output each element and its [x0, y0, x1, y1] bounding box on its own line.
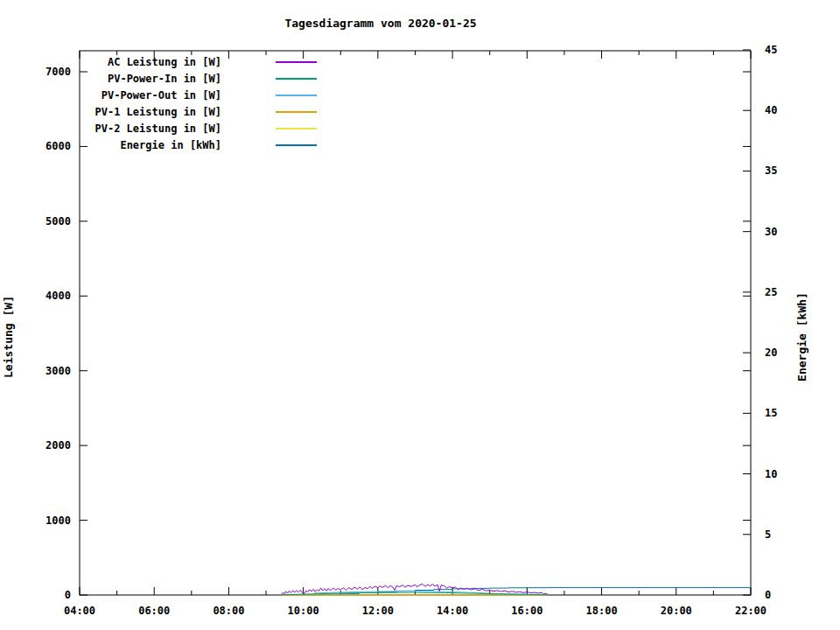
- y-right-tick-label: 15: [765, 407, 777, 419]
- y-left-tick-label: 7000: [46, 66, 71, 78]
- plot-area: Tagesdiagramm vom 2020-01-25 Leistung [W…: [0, 0, 840, 630]
- legend-label: PV-1 Leistung in [W]: [95, 106, 222, 118]
- y-right-tick-label: 0: [765, 589, 771, 601]
- legend-label: Energie in [kWh]: [120, 139, 221, 151]
- x-tick-label: 22:00: [735, 605, 766, 617]
- x-tick-label: 12:00: [362, 605, 394, 617]
- x-tick-label: 08:00: [213, 605, 244, 617]
- y-right-tick-label: 25: [765, 286, 777, 298]
- generated-plot-content: 04:0006:0008:0010:0012:0014:0016:0018:00…: [46, 44, 777, 617]
- y-left-tick-label: 4000: [46, 290, 71, 302]
- x-tick-label: 06:00: [138, 605, 170, 617]
- y-right-axis-title: Energie [kWh]: [795, 292, 808, 382]
- y-left-tick-label: 3000: [46, 365, 71, 377]
- x-tick-label: 14:00: [437, 605, 468, 617]
- y-right-tick-label: 40: [765, 104, 777, 116]
- y-left-tick-label: 2000: [46, 439, 71, 452]
- y-left-tick-label: 5000: [46, 215, 71, 228]
- y-right-tick-label: 10: [765, 468, 777, 480]
- y-right-tick-label: 5: [765, 528, 771, 541]
- y-right-tick-label: 45: [765, 44, 777, 56]
- x-tick-label: 16:00: [511, 605, 542, 617]
- legend-label: AC Leistung in [W]: [108, 56, 221, 68]
- y-left-tick-label: 6000: [46, 140, 71, 152]
- y-right-tick-label: 20: [765, 346, 777, 359]
- chart-title: Tagesdiagramm vom 2020-01-25: [284, 17, 476, 30]
- y-left-axis-title: Leistung [W]: [2, 296, 15, 378]
- legend-label: PV-2 Leistung in [W]: [95, 122, 222, 135]
- y-left-tick-label: 1000: [46, 514, 71, 527]
- y-left-tick-label: 0: [65, 589, 71, 601]
- y-right-tick-label: 35: [765, 164, 777, 177]
- legend-label: PV-Power-Out in [W]: [102, 89, 221, 102]
- y-right-tick-label: 30: [765, 226, 777, 238]
- legend-label: PV-Power-In in [W]: [108, 73, 221, 85]
- x-tick-label: 18:00: [585, 605, 617, 617]
- x-tick-label: 20:00: [661, 605, 692, 617]
- chart-canvas: Tagesdiagramm vom 2020-01-25 Leistung [W…: [0, 0, 840, 630]
- x-tick-label: 04:00: [64, 605, 95, 617]
- x-tick-label: 10:00: [288, 605, 319, 617]
